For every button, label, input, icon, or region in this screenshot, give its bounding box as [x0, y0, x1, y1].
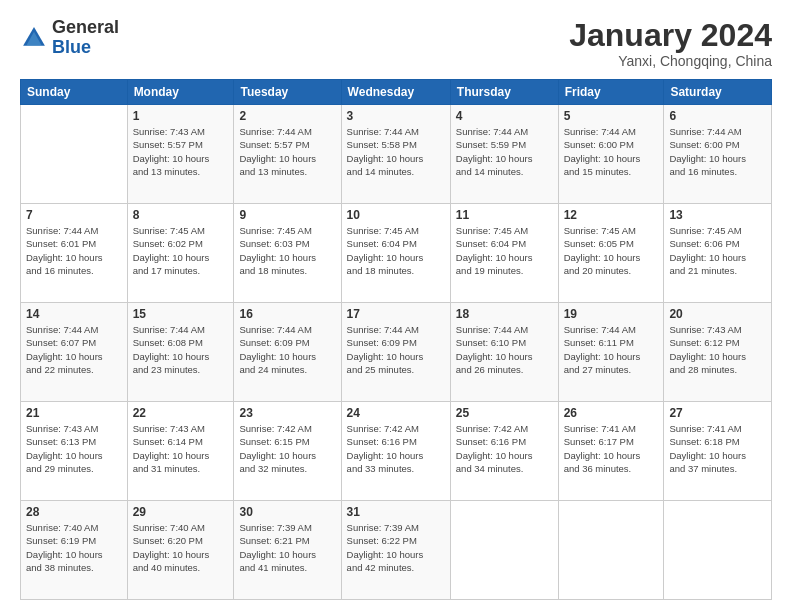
day-info: Sunrise: 7:43 AMSunset: 5:57 PMDaylight:…: [133, 125, 229, 178]
day-number: 13: [669, 208, 766, 222]
day-info: Sunrise: 7:42 AMSunset: 6:16 PMDaylight:…: [347, 422, 445, 475]
day-cell-empty: [450, 501, 558, 600]
day-cell-3: 3Sunrise: 7:44 AMSunset: 5:58 PMDaylight…: [341, 105, 450, 204]
day-number: 24: [347, 406, 445, 420]
day-info: Sunrise: 7:44 AMSunset: 6:09 PMDaylight:…: [239, 323, 335, 376]
day-number: 28: [26, 505, 122, 519]
day-cell-20: 20Sunrise: 7:43 AMSunset: 6:12 PMDayligh…: [664, 303, 772, 402]
day-info: Sunrise: 7:42 AMSunset: 6:16 PMDaylight:…: [456, 422, 553, 475]
day-cell-30: 30Sunrise: 7:39 AMSunset: 6:21 PMDayligh…: [234, 501, 341, 600]
day-cell-11: 11Sunrise: 7:45 AMSunset: 6:04 PMDayligh…: [450, 204, 558, 303]
day-info: Sunrise: 7:43 AMSunset: 6:13 PMDaylight:…: [26, 422, 122, 475]
day-info: Sunrise: 7:40 AMSunset: 6:19 PMDaylight:…: [26, 521, 122, 574]
day-cell-22: 22Sunrise: 7:43 AMSunset: 6:14 PMDayligh…: [127, 402, 234, 501]
day-cell-empty: [21, 105, 128, 204]
day-number: 31: [347, 505, 445, 519]
day-cell-4: 4Sunrise: 7:44 AMSunset: 5:59 PMDaylight…: [450, 105, 558, 204]
day-cell-2: 2Sunrise: 7:44 AMSunset: 5:57 PMDaylight…: [234, 105, 341, 204]
header: General Blue January 2024 Yanxi, Chongqi…: [20, 18, 772, 69]
day-number: 27: [669, 406, 766, 420]
day-info: Sunrise: 7:44 AMSunset: 5:57 PMDaylight:…: [239, 125, 335, 178]
day-cell-26: 26Sunrise: 7:41 AMSunset: 6:17 PMDayligh…: [558, 402, 664, 501]
day-number: 17: [347, 307, 445, 321]
day-cell-28: 28Sunrise: 7:40 AMSunset: 6:19 PMDayligh…: [21, 501, 128, 600]
day-cell-6: 6Sunrise: 7:44 AMSunset: 6:00 PMDaylight…: [664, 105, 772, 204]
day-number: 14: [26, 307, 122, 321]
day-number: 23: [239, 406, 335, 420]
day-info: Sunrise: 7:44 AMSunset: 6:01 PMDaylight:…: [26, 224, 122, 277]
header-saturday: Saturday: [664, 80, 772, 105]
day-cell-8: 8Sunrise: 7:45 AMSunset: 6:02 PMDaylight…: [127, 204, 234, 303]
day-cell-21: 21Sunrise: 7:43 AMSunset: 6:13 PMDayligh…: [21, 402, 128, 501]
day-cell-31: 31Sunrise: 7:39 AMSunset: 6:22 PMDayligh…: [341, 501, 450, 600]
header-thursday: Thursday: [450, 80, 558, 105]
day-info: Sunrise: 7:40 AMSunset: 6:20 PMDaylight:…: [133, 521, 229, 574]
title-block: January 2024 Yanxi, Chongqing, China: [569, 18, 772, 69]
logo-text-blue: Blue: [52, 38, 119, 58]
week-row-1: 1Sunrise: 7:43 AMSunset: 5:57 PMDaylight…: [21, 105, 772, 204]
day-number: 21: [26, 406, 122, 420]
header-wednesday: Wednesday: [341, 80, 450, 105]
logo-text-general: General: [52, 18, 119, 38]
day-number: 16: [239, 307, 335, 321]
day-cell-5: 5Sunrise: 7:44 AMSunset: 6:00 PMDaylight…: [558, 105, 664, 204]
day-number: 12: [564, 208, 659, 222]
day-info: Sunrise: 7:39 AMSunset: 6:22 PMDaylight:…: [347, 521, 445, 574]
day-cell-19: 19Sunrise: 7:44 AMSunset: 6:11 PMDayligh…: [558, 303, 664, 402]
calendar-table: SundayMondayTuesdayWednesdayThursdayFrid…: [20, 79, 772, 600]
header-monday: Monday: [127, 80, 234, 105]
day-number: 1: [133, 109, 229, 123]
day-info: Sunrise: 7:43 AMSunset: 6:14 PMDaylight:…: [133, 422, 229, 475]
day-cell-15: 15Sunrise: 7:44 AMSunset: 6:08 PMDayligh…: [127, 303, 234, 402]
day-info: Sunrise: 7:45 AMSunset: 6:02 PMDaylight:…: [133, 224, 229, 277]
day-info: Sunrise: 7:39 AMSunset: 6:21 PMDaylight:…: [239, 521, 335, 574]
day-number: 15: [133, 307, 229, 321]
day-info: Sunrise: 7:45 AMSunset: 6:04 PMDaylight:…: [347, 224, 445, 277]
day-cell-10: 10Sunrise: 7:45 AMSunset: 6:04 PMDayligh…: [341, 204, 450, 303]
header-friday: Friday: [558, 80, 664, 105]
day-info: Sunrise: 7:45 AMSunset: 6:05 PMDaylight:…: [564, 224, 659, 277]
day-info: Sunrise: 7:44 AMSunset: 6:00 PMDaylight:…: [564, 125, 659, 178]
location-subtitle: Yanxi, Chongqing, China: [569, 53, 772, 69]
day-number: 7: [26, 208, 122, 222]
day-number: 8: [133, 208, 229, 222]
day-number: 3: [347, 109, 445, 123]
calendar-header-row: SundayMondayTuesdayWednesdayThursdayFrid…: [21, 80, 772, 105]
day-number: 26: [564, 406, 659, 420]
day-number: 6: [669, 109, 766, 123]
day-info: Sunrise: 7:45 AMSunset: 6:03 PMDaylight:…: [239, 224, 335, 277]
day-cell-18: 18Sunrise: 7:44 AMSunset: 6:10 PMDayligh…: [450, 303, 558, 402]
day-cell-1: 1Sunrise: 7:43 AMSunset: 5:57 PMDaylight…: [127, 105, 234, 204]
day-number: 4: [456, 109, 553, 123]
day-cell-14: 14Sunrise: 7:44 AMSunset: 6:07 PMDayligh…: [21, 303, 128, 402]
day-cell-12: 12Sunrise: 7:45 AMSunset: 6:05 PMDayligh…: [558, 204, 664, 303]
day-info: Sunrise: 7:44 AMSunset: 6:07 PMDaylight:…: [26, 323, 122, 376]
day-info: Sunrise: 7:41 AMSunset: 6:18 PMDaylight:…: [669, 422, 766, 475]
day-info: Sunrise: 7:44 AMSunset: 6:11 PMDaylight:…: [564, 323, 659, 376]
day-cell-empty: [558, 501, 664, 600]
day-cell-25: 25Sunrise: 7:42 AMSunset: 6:16 PMDayligh…: [450, 402, 558, 501]
day-cell-24: 24Sunrise: 7:42 AMSunset: 6:16 PMDayligh…: [341, 402, 450, 501]
day-info: Sunrise: 7:44 AMSunset: 5:59 PMDaylight:…: [456, 125, 553, 178]
day-cell-17: 17Sunrise: 7:44 AMSunset: 6:09 PMDayligh…: [341, 303, 450, 402]
day-number: 10: [347, 208, 445, 222]
day-number: 22: [133, 406, 229, 420]
day-info: Sunrise: 7:44 AMSunset: 6:09 PMDaylight:…: [347, 323, 445, 376]
week-row-4: 21Sunrise: 7:43 AMSunset: 6:13 PMDayligh…: [21, 402, 772, 501]
day-info: Sunrise: 7:45 AMSunset: 6:04 PMDaylight:…: [456, 224, 553, 277]
day-number: 25: [456, 406, 553, 420]
day-info: Sunrise: 7:44 AMSunset: 6:10 PMDaylight:…: [456, 323, 553, 376]
day-cell-empty: [664, 501, 772, 600]
day-cell-29: 29Sunrise: 7:40 AMSunset: 6:20 PMDayligh…: [127, 501, 234, 600]
day-info: Sunrise: 7:44 AMSunset: 6:08 PMDaylight:…: [133, 323, 229, 376]
day-number: 29: [133, 505, 229, 519]
week-row-3: 14Sunrise: 7:44 AMSunset: 6:07 PMDayligh…: [21, 303, 772, 402]
logo: General Blue: [20, 18, 119, 58]
day-cell-13: 13Sunrise: 7:45 AMSunset: 6:06 PMDayligh…: [664, 204, 772, 303]
header-sunday: Sunday: [21, 80, 128, 105]
day-cell-27: 27Sunrise: 7:41 AMSunset: 6:18 PMDayligh…: [664, 402, 772, 501]
day-cell-23: 23Sunrise: 7:42 AMSunset: 6:15 PMDayligh…: [234, 402, 341, 501]
day-cell-16: 16Sunrise: 7:44 AMSunset: 6:09 PMDayligh…: [234, 303, 341, 402]
day-number: 2: [239, 109, 335, 123]
month-title: January 2024: [569, 18, 772, 53]
